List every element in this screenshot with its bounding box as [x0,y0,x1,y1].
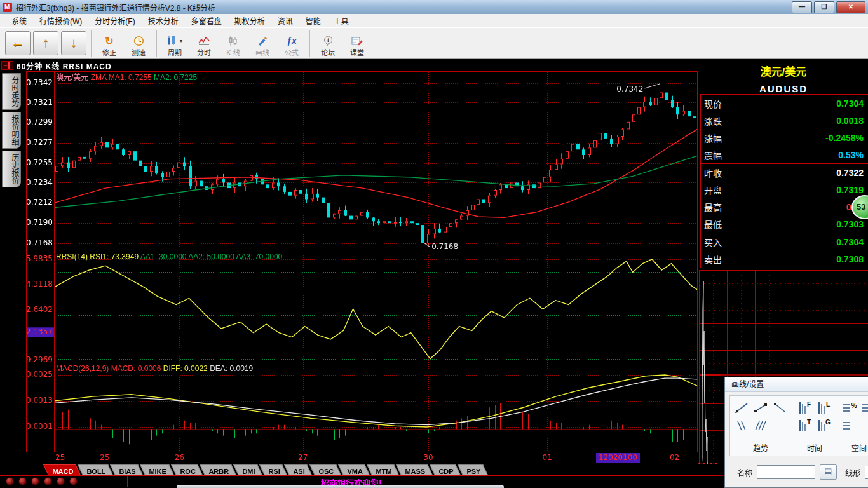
toolbar: ←↑↓↻修正测速▼周期分时K 线画线ƒx公式t论坛课堂 [0,27,868,59]
sidebar-tab[interactable]: 分时走势 [2,73,21,110]
indicator-tab-mtm[interactable]: MTM [367,464,399,475]
tool-button-intraday[interactable]: 分时 [191,29,217,58]
menu-item[interactable]: 智能 [299,14,327,27]
diff-value-label: DIFF: 0.0022 [163,364,208,373]
nav-up-button[interactable]: ↑ [33,31,58,55]
indicator-tab-mass[interactable]: MASS [396,464,433,475]
menu-item[interactable]: 资讯 [271,14,299,27]
tool-button-period[interactable]: ▼周期 [161,29,188,58]
tool-button-drawline[interactable]: 画线 [249,29,276,58]
quote-row-value: -0.2458% [825,133,864,143]
quote-row-value: 0.7319 [836,185,864,195]
trend-tool-icon[interactable] [732,399,751,417]
time-tool-icon[interactable]: L [815,399,834,417]
status-led-icon [6,477,14,485]
quote-row-value: 0.53% [838,150,864,160]
trend-tool-icon[interactable] [751,399,770,417]
indicator-tab-rsi[interactable]: RSI [259,464,287,475]
trend-group-label: 趋势 [753,440,768,456]
menu-item[interactable]: 分时分析(F) [88,14,141,27]
menu-item[interactable]: 多窗看盘 [185,14,228,27]
sidebar-tab[interactable]: 报价明细 [2,112,21,149]
trend-tool-icon[interactable] [732,417,751,435]
indicator-tab-mike[interactable]: MIKE [140,464,173,475]
nav-back-button[interactable]: ← [5,31,31,55]
quote-row-value: 0.7308 [836,254,864,264]
quote-row: 买入0.7304 [701,233,868,250]
menu-item[interactable]: 工具 [327,14,355,27]
minimize-button[interactable]: — [792,1,812,13]
tool-button-forum[interactable]: t论坛 [315,29,341,58]
trend-tool-icon[interactable] [770,399,789,417]
status-led-icon [31,477,39,485]
draw-tool-groups: 趋势FLTG时间%G空间 [729,395,868,456]
name-input[interactable] [757,465,815,479]
note-button[interactable]: ▤ [820,464,837,480]
quote-row-label: 现价 [704,97,722,110]
tool-button-label: 分时 [197,48,211,58]
space-tool-icon[interactable]: G [859,399,868,417]
toolbar-separator [156,30,157,57]
time-tool-icon[interactable]: G [815,417,834,435]
quote-row: 昨收0.7322 [701,164,868,181]
menu-item[interactable]: 系统 [5,14,33,27]
space-group-label: 空间 [851,440,867,456]
indicator-tab-roc[interactable]: ROC [171,464,203,475]
quote-rows: 现价0.7304涨跌0.0018涨幅-0.2458%震幅0.53%昨收0.732… [700,94,868,268]
toolbar-separator [309,30,310,57]
quote-row: 震幅0.53% [701,146,868,163]
chart-title-strip: →▌ 60分钟 K线 RRSI MACD [0,60,699,71]
tool-button-label: K 线 [226,48,240,58]
menu-item[interactable]: 行情报价(W) [33,14,88,27]
quote-row: 开盘0.7319 [701,181,868,198]
tool-button-formula[interactable]: ƒx公式 [278,29,305,58]
draw-panel-title[interactable]: 画线/设置 [725,377,868,392]
restore-button[interactable]: ❐ [814,1,834,13]
indicator-tab-vma[interactable]: VMA [338,464,370,475]
cmb-logo-icon: M [3,3,12,12]
indicator-tab-dmi[interactable]: DMI [233,464,262,475]
status-indicators [0,476,128,487]
svg-text:F: F [807,401,811,408]
indicator-tab-psy[interactable]: PSY [458,464,488,475]
status-led-icon [69,477,78,485]
time-tool-icon[interactable]: T [796,417,815,435]
line-style-select[interactable]: 直线 [865,466,868,479]
space-tool-icon[interactable] [840,417,859,435]
quote-row: 现价0.7304 [701,95,868,112]
quote-row-label: 最高 [704,201,722,214]
quote-row: 最高0.73 [701,198,868,215]
menu-item[interactable]: 期权分析 [228,14,271,27]
close-button[interactable]: ✕ [836,1,865,13]
menu-item[interactable]: 技术分析 [142,14,185,27]
indicator-tab-arbr[interactable]: ARBR [200,464,236,475]
indicator-tab-boll[interactable]: BOLL [78,464,113,475]
rsi-levels-label: AA1: 30.0000 AA2: 50.0000 AA3: 70.0000 [140,252,283,261]
svg-text:L: L [826,401,830,408]
title-bar[interactable]: M 招行外汇3(fxhq3) - 招商银行外汇通行情分析V2.8 - K线分析 … [0,0,868,14]
formula-icon: ƒx [287,36,297,46]
quote-row-value: 0.7322 [836,168,864,178]
indicator-tab-bias[interactable]: BIAS [110,464,143,475]
tool-button-revise[interactable]: ↻修正 [96,29,123,58]
time-tool-icon[interactable]: F [796,399,815,417]
quote-row: 涨幅-0.2458% [701,129,868,146]
tool-button-label: 论坛 [321,48,335,58]
name-label: 名称 [737,467,752,478]
tool-button-speed[interactable]: 测速 [125,29,152,58]
space-tool-icon[interactable]: % [840,399,859,417]
dock-icon[interactable]: →▌ [1,61,13,70]
indicator-tab-asi[interactable]: ASI [285,464,313,475]
indicator-tab-cdp[interactable]: CDP [430,464,461,475]
indicator-tab-osc[interactable]: OSC [309,464,341,475]
tool-button-kline[interactable]: K 线 [220,29,247,58]
tool-button-class[interactable]: 课堂 [344,29,370,58]
trend-tool-icon[interactable] [751,417,770,435]
sidebar-tab[interactable]: 历史报价 [2,151,21,187]
nav-down-button[interactable]: ↓ [61,31,86,55]
kline-chart-canvas[interactable] [26,60,699,467]
indicator-tab-macd[interactable]: MACD [43,464,81,475]
toolbar-separator [91,30,92,57]
tool-button-label: 修正 [102,48,116,58]
time-group: FLTG时间 [794,396,836,456]
